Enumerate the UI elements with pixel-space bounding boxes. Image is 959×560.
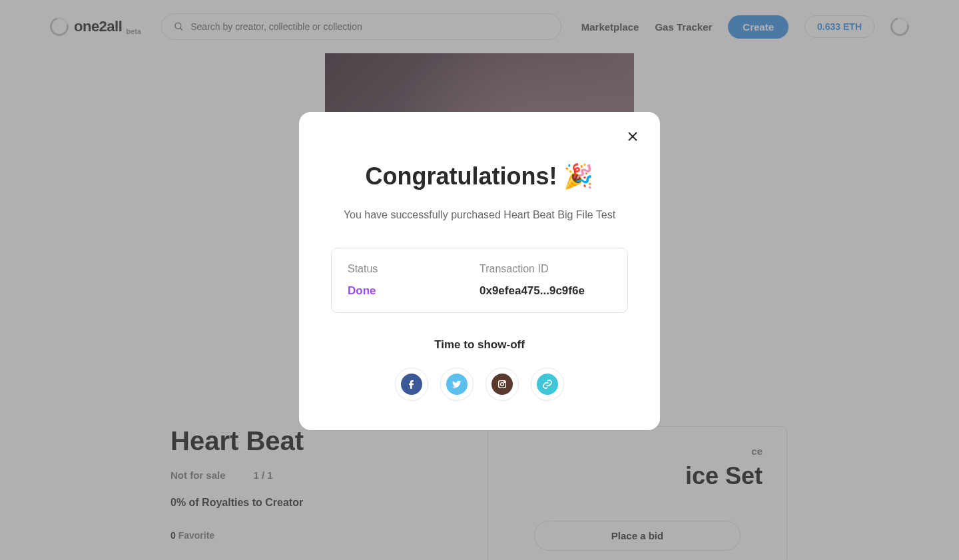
svg-point-5 xyxy=(501,383,504,386)
transaction-id-value: 0x9efea475...9c9f6e xyxy=(480,284,611,298)
status-value: Done xyxy=(348,284,480,298)
showoff-text: Time to show-off xyxy=(331,338,628,352)
transaction-column: Transaction ID 0x9efea475...9c9f6e xyxy=(480,263,611,298)
svg-point-6 xyxy=(504,382,505,382)
modal-title: Congratulations! 🎉 xyxy=(331,162,628,190)
social-share-row xyxy=(331,368,628,401)
facebook-icon xyxy=(401,374,422,395)
modal-subtitle: You have successfully purchased Heart Be… xyxy=(331,209,628,221)
purchase-success-modal: Congratulations! 🎉 You have successfully… xyxy=(299,112,660,430)
transaction-status-box: Status Done Transaction ID 0x9efea475...… xyxy=(331,248,628,313)
copy-link-button[interactable] xyxy=(531,368,564,401)
share-instagram-button[interactable] xyxy=(485,368,519,401)
twitter-icon xyxy=(446,374,468,395)
share-twitter-button[interactable] xyxy=(440,368,474,401)
status-column: Status Done xyxy=(348,263,480,298)
share-facebook-button[interactable] xyxy=(395,368,428,401)
transaction-id-label: Transaction ID xyxy=(480,263,611,275)
close-icon xyxy=(627,131,639,142)
link-icon xyxy=(537,374,558,395)
status-label: Status xyxy=(348,263,480,275)
instagram-icon xyxy=(491,374,513,395)
modal-close-button[interactable] xyxy=(623,127,643,149)
